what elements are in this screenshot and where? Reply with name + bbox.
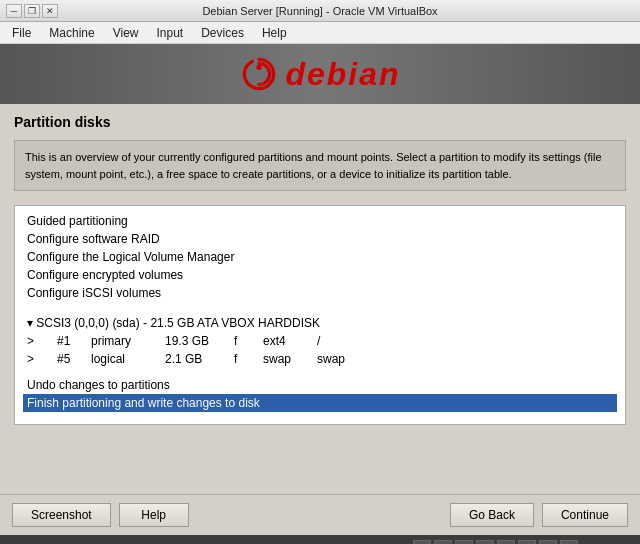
partition-arrow-1: >: [27, 334, 43, 348]
partition-fs-2: swap: [263, 352, 303, 366]
partition-type-2: logical: [91, 352, 151, 366]
screen-icon[interactable]: ▭: [518, 540, 536, 544]
bottom-left-buttons: Screenshot Help: [12, 503, 189, 527]
menu-bar: File Machine View Input Devices Help: [0, 22, 640, 44]
audio-icon[interactable]: ♪: [434, 540, 452, 544]
title-bar: ─ ❐ ✕ Debian Server [Running] - Oracle V…: [0, 0, 640, 22]
svg-point-1: [257, 65, 262, 70]
bottom-right-buttons: Go Back Continue: [450, 503, 628, 527]
disk-chevron-icon: ▾: [27, 316, 36, 330]
partition-flag-1: f: [234, 334, 249, 348]
menu-input[interactable]: Input: [149, 24, 192, 42]
disk-header-label: SCSI3 (0,0,0) (sda) - 21.5 GB ATA VBOX H…: [36, 316, 320, 330]
mouse-icon[interactable]: ⊙: [560, 540, 578, 544]
bottom-bar: Screenshot Help Go Back Continue: [0, 494, 640, 535]
partition-list: Guided partitioning Configure software R…: [14, 205, 626, 425]
restore-button[interactable]: ❐: [24, 4, 40, 18]
go-back-button[interactable]: Go Back: [450, 503, 534, 527]
partition-mount-1: /: [317, 334, 357, 348]
help-button[interactable]: Help: [119, 503, 189, 527]
undo-changes[interactable]: Undo changes to partitions: [23, 376, 617, 394]
partition-num-2: #5: [57, 352, 77, 366]
cd-icon[interactable]: ◎: [497, 540, 515, 544]
info-box: This is an overview of your currently co…: [14, 140, 626, 191]
debian-header: debian: [0, 44, 640, 104]
disk-header[interactable]: ▾ SCSI3 (0,0,0) (sda) - 21.5 GB ATA VBOX…: [23, 314, 617, 332]
partition-num-1: #1: [57, 334, 77, 348]
continue-button[interactable]: Continue: [542, 503, 628, 527]
installer-content: Partition disks This is an overview of y…: [0, 104, 640, 494]
page-title: Partition disks: [14, 114, 626, 130]
finish-partitioning[interactable]: Finish partitioning and write changes to…: [23, 394, 617, 412]
debian-logo-text: debian: [285, 56, 400, 93]
configure-iscsi[interactable]: Configure iSCSI volumes: [23, 284, 617, 302]
usb-icon[interactable]: ⎋: [413, 540, 431, 544]
guided-partitioning[interactable]: Guided partitioning: [23, 212, 617, 230]
partition-flag-2: f: [234, 352, 249, 366]
window-title: Debian Server [Running] - Oracle VM Virt…: [66, 5, 574, 17]
menu-devices[interactable]: Devices: [193, 24, 252, 42]
debian-swirl-icon: [239, 54, 279, 94]
status-icons: ⎋ ♪ ⊞ ▣ ◎ ▭ ⌨ ⊙: [413, 540, 578, 544]
minimize-button[interactable]: ─: [6, 4, 22, 18]
disk-icon[interactable]: ▣: [476, 540, 494, 544]
partition-arrow-2: >: [27, 352, 43, 366]
network-icon[interactable]: ⊞: [455, 540, 473, 544]
menu-view[interactable]: View: [105, 24, 147, 42]
screenshot-button[interactable]: Screenshot: [12, 503, 111, 527]
separator2: [23, 368, 617, 376]
partition-size-2: 2.1 GB: [165, 352, 220, 366]
partition-fs-1: ext4: [263, 334, 303, 348]
menu-file[interactable]: File: [4, 24, 39, 42]
status-bar: ⎋ ♪ ⊞ ▣ ◎ ▭ ⌨ ⊙ Right Ctrl: [0, 535, 640, 544]
configure-lvm[interactable]: Configure the Logical Volume Manager: [23, 248, 617, 266]
configure-raid[interactable]: Configure software RAID: [23, 230, 617, 248]
menu-help[interactable]: Help: [254, 24, 295, 42]
close-button[interactable]: ✕: [42, 4, 58, 18]
partition-mount-2: swap: [317, 352, 357, 366]
separator: [23, 302, 617, 310]
partition-row-1[interactable]: > #1 primary 19.3 GB f ext4 /: [23, 332, 617, 350]
status-right: ⎋ ♪ ⊞ ▣ ◎ ▭ ⌨ ⊙ Right Ctrl: [413, 540, 632, 544]
vm-area: debian Partition disks This is an overvi…: [0, 44, 640, 535]
partition-type-1: primary: [91, 334, 151, 348]
menu-machine[interactable]: Machine: [41, 24, 102, 42]
keyboard-icon[interactable]: ⌨: [539, 540, 557, 544]
partition-row-2[interactable]: > #5 logical 2.1 GB f swap swap: [23, 350, 617, 368]
configure-encrypted[interactable]: Configure encrypted volumes: [23, 266, 617, 284]
partition-size-1: 19.3 GB: [165, 334, 220, 348]
